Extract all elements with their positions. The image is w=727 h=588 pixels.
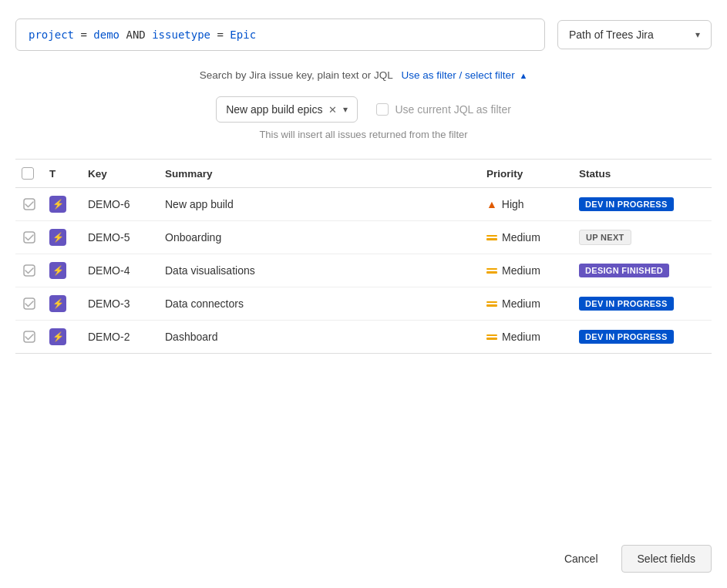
epic-icon: ⚡	[49, 196, 66, 213]
filter-selected-label: New app build epics	[226, 103, 322, 116]
row-key: DEMO-3	[82, 287, 159, 321]
row-key: DEMO-5	[82, 221, 159, 254]
table-row: ⚡DEMO-2Dashboard Medium DEV IN PROGRESS	[15, 321, 712, 354]
chevron-down-icon: ▾	[695, 29, 700, 40]
row-status: DEV IN PROGRESS	[573, 321, 712, 354]
issues-table: T Key Summary Priority Status ⚡DEMO-6New…	[15, 160, 712, 354]
select-fields-button[interactable]: Select fields	[621, 545, 712, 573]
row-type: ⚡	[43, 254, 82, 287]
priority-medium: Medium	[486, 264, 567, 277]
row-checkbox[interactable]	[22, 331, 37, 343]
jql-input[interactable]: project = demo AND issuetype = Epic	[15, 18, 545, 51]
close-icon[interactable]: ✕	[328, 104, 337, 116]
status-badge: DESIGN FINISHED	[579, 264, 669, 277]
table-row: ⚡DEMO-5Onboarding Medium UP NEXT	[15, 221, 712, 254]
row-type: ⚡	[43, 188, 82, 221]
use-filter-label: Use current JQL as filter	[395, 103, 510, 116]
chevron-up-icon: ▲	[519, 71, 527, 80]
priority-medium: Medium	[486, 297, 567, 310]
table-row: ⚡DEMO-3Data connectors Medium DEV IN PRO…	[15, 287, 712, 321]
col-header-check	[15, 160, 43, 188]
row-priority: Medium	[480, 321, 573, 354]
search-hint-text: Search by Jira issue key, plain text or …	[200, 69, 393, 81]
priority-medium-icon	[486, 235, 497, 240]
priority-medium: Medium	[486, 231, 567, 244]
row-checkbox[interactable]	[22, 297, 37, 310]
row-priority: Medium	[480, 287, 573, 321]
status-badge: DEV IN PROGRESS	[579, 330, 674, 344]
row-summary: New app build	[159, 188, 480, 221]
row-type: ⚡	[43, 221, 82, 254]
top-row: project = demo AND issuetype = Epic Path…	[15, 18, 712, 51]
row-checkbox[interactable]	[22, 231, 37, 244]
use-filter-checkbox[interactable]	[376, 103, 389, 116]
epic-icon: ⚡	[49, 262, 66, 279]
row-key: DEMO-2	[82, 321, 159, 354]
filter-hint: This will insert all issues returned fro…	[15, 129, 712, 140]
col-header-type: T	[43, 160, 82, 188]
status-badge: DEV IN PROGRESS	[579, 197, 674, 211]
row-priority: ▲ High	[480, 188, 573, 221]
priority-label: Medium	[502, 264, 540, 277]
table-row: ⚡DEMO-4Data visualisations Medium DESIGN…	[15, 254, 712, 287]
priority-label: Medium	[502, 231, 540, 244]
row-status: DEV IN PROGRESS	[573, 287, 712, 321]
use-as-filter-link[interactable]: Use as filter / select filter	[402, 69, 515, 81]
epic-icon: ⚡	[49, 229, 66, 246]
use-filter-checkbox-row: Use current JQL as filter	[376, 103, 510, 116]
row-status: DESIGN FINISHED	[573, 254, 712, 287]
col-header-priority: Priority	[480, 160, 573, 188]
row-summary: Data visualisations	[159, 254, 480, 287]
table-row: ⚡DEMO-6New app build ▲ High DEV IN PROGR…	[15, 188, 712, 221]
row-summary: Dashboard	[159, 321, 480, 354]
priority-arrow-icon: ▲	[486, 198, 497, 210]
row-type: ⚡	[43, 321, 82, 354]
col-header-status: Status	[573, 160, 712, 188]
filter-row: New app build epics ✕ ▾ Use current JQL …	[15, 96, 712, 123]
col-header-summary: Summary	[159, 160, 480, 188]
row-summary: Data connectors	[159, 287, 480, 321]
col-header-key: Key	[82, 160, 159, 188]
priority-medium-icon	[486, 268, 497, 274]
row-key: DEMO-4	[82, 254, 159, 287]
priority-label: High	[502, 198, 524, 210]
main-container: project = demo AND issuetype = Epic Path…	[0, 0, 727, 369]
priority-medium-icon	[486, 334, 497, 340]
row-key: DEMO-6	[82, 188, 159, 221]
filter-select-dropdown[interactable]: New app build epics ✕ ▾	[216, 96, 358, 123]
priority-medium-icon	[486, 301, 497, 307]
epic-icon: ⚡	[49, 295, 66, 312]
jql-text: project = demo AND issuetype = Epic	[29, 29, 256, 41]
row-status: UP NEXT	[573, 221, 712, 254]
row-priority: Medium	[480, 221, 573, 254]
priority-high: ▲ High	[486, 198, 567, 210]
chevron-down-icon: ▾	[343, 104, 348, 115]
row-type: ⚡	[43, 287, 82, 321]
row-checkbox[interactable]	[22, 198, 37, 210]
header-checkbox[interactable]	[22, 167, 34, 180]
priority-medium: Medium	[486, 331, 567, 343]
project-dropdown-label: Path of Trees Jira	[569, 29, 654, 41]
status-badge: DEV IN PROGRESS	[579, 297, 674, 311]
row-summary: Onboarding	[159, 221, 480, 254]
search-hint: Search by Jira issue key, plain text or …	[15, 69, 712, 81]
project-dropdown[interactable]: Path of Trees Jira ▾	[557, 20, 712, 49]
priority-label: Medium	[502, 297, 540, 310]
row-status: DEV IN PROGRESS	[573, 188, 712, 221]
cancel-button[interactable]: Cancel	[549, 546, 614, 572]
priority-label: Medium	[502, 331, 540, 343]
status-badge: UP NEXT	[579, 230, 631, 245]
row-checkbox[interactable]	[22, 264, 37, 277]
bottom-bar: Cancel Select fields	[549, 545, 712, 573]
epic-icon: ⚡	[49, 328, 66, 345]
row-priority: Medium	[480, 254, 573, 287]
